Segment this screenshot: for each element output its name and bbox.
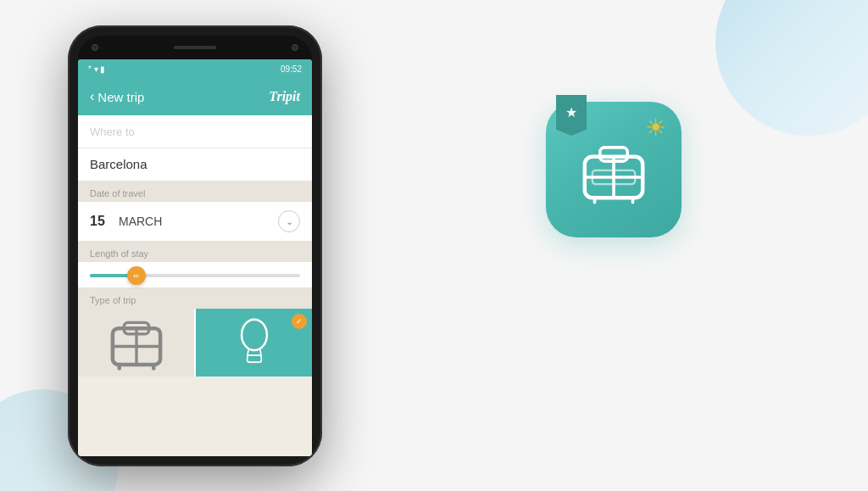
app-header: ‹ New trip Tripit <box>78 78 312 115</box>
star-icon: ★ <box>565 104 577 120</box>
balloon-icon <box>233 318 275 367</box>
phone-notch <box>78 36 312 59</box>
phone-camera <box>92 44 98 51</box>
trip-type-row: ✓ <box>78 309 312 377</box>
slider-track[interactable]: ⇔ <box>90 274 300 277</box>
form-content: Where to Barcelona Date of travel 15 MAR… <box>78 115 312 377</box>
app-logo: Tripit <box>269 89 300 104</box>
star-badge: ★ <box>556 95 587 136</box>
phone-speaker <box>174 46 216 49</box>
app-icon: ★ ☀ <box>546 102 682 237</box>
app-icon-wrapper: ★ ☀ <box>546 102 682 237</box>
trip-type-balloon[interactable]: ✓ <box>196 309 312 377</box>
date-picker-row[interactable]: 15 MARCH ⌄ <box>78 202 312 242</box>
svg-rect-9 <box>247 355 261 362</box>
date-dropdown-icon[interactable]: ⌄ <box>278 210 300 232</box>
status-time: 09:52 <box>281 64 302 74</box>
date-month: MARCH <box>119 215 270 228</box>
bg-decoration-top-right <box>715 0 868 136</box>
trip-type-luggage[interactable] <box>78 309 194 377</box>
stay-slider-row: ⇔ <box>78 262 312 288</box>
page-title: New trip <box>97 90 144 104</box>
luggage-icon <box>98 309 175 377</box>
sun-icon: ☀ <box>645 114 666 142</box>
trip-type-label: Type of trip <box>78 288 312 309</box>
destination-value: Barcelona <box>90 157 147 171</box>
header-back-area[interactable]: ‹ New trip <box>90 89 144 104</box>
slider-thumb-icon: ⇔ <box>133 272 139 280</box>
date-label: Date of travel <box>78 181 312 202</box>
phone-sensor <box>292 44 298 51</box>
date-day: 15 <box>90 214 110 229</box>
stay-label: Length of stay <box>78 242 312 262</box>
where-to-placeholder: Where to <box>90 126 135 138</box>
back-icon[interactable]: ‹ <box>90 89 94 104</box>
destination-field[interactable]: Barcelona <box>78 148 312 181</box>
status-bar: * ▾ ▮ 09:52 <box>78 59 312 78</box>
status-icons-left: * ▾ ▮ <box>88 64 105 74</box>
briefcase-icon <box>576 131 652 208</box>
trip-type-check-icon: ✓ <box>292 314 307 329</box>
phone-mockup: * ▾ ▮ 09:52 ‹ New trip Tripit Where to <box>68 25 322 466</box>
phone-screen: * ▾ ▮ 09:52 ‹ New trip Tripit Where to <box>78 59 312 456</box>
slider-thumb[interactable]: ⇔ <box>127 266 146 285</box>
svg-point-6 <box>242 320 267 350</box>
where-to-field[interactable]: Where to <box>78 115 312 148</box>
